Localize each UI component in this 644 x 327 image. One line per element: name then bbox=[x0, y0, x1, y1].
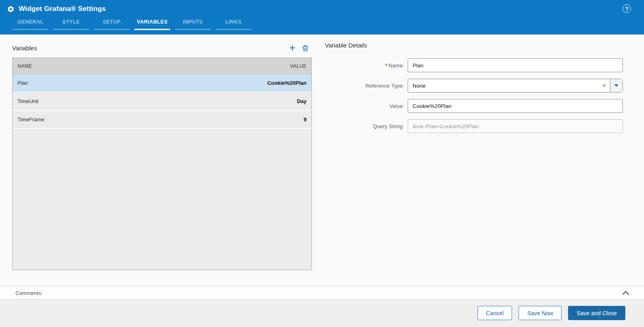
dialog-title: Widget Grafana® Settings bbox=[19, 5, 106, 13]
value-label: Value: bbox=[325, 103, 408, 109]
variable-details-title: Variable Details bbox=[325, 42, 626, 52]
gear-icon bbox=[7, 5, 15, 13]
name-label: *Name: bbox=[325, 62, 408, 69]
name-input[interactable] bbox=[408, 58, 623, 72]
variables-panel-header: Variables + bbox=[12, 42, 312, 54]
variables-panel: Variables + NAME VALUE Plan Cookie%20Pla… bbox=[12, 42, 312, 270]
query-string-label: Query String: bbox=[325, 123, 408, 129]
cancel-button[interactable]: Cancel bbox=[478, 306, 512, 320]
tab-inputs[interactable]: INPUTS bbox=[175, 19, 211, 30]
clear-icon[interactable]: ✕ bbox=[599, 79, 610, 92]
table-empty-area bbox=[13, 129, 311, 270]
variable-details-form: *Name: Reference Type: None ✕ bbox=[325, 58, 626, 133]
table-row-timeframe[interactable]: TimeFrame 9 bbox=[13, 111, 311, 129]
reference-type-label: Reference Type: bbox=[325, 83, 408, 89]
widget-settings-dialog: Widget Grafana® Settings ? GENERAL STYLE… bbox=[0, 0, 644, 327]
add-variable-button[interactable]: + bbox=[289, 43, 296, 52]
tab-setup[interactable]: SETUP bbox=[94, 19, 130, 30]
delete-variable-button[interactable] bbox=[301, 44, 309, 52]
footer-button-bar: Cancel Save Now Save and Close bbox=[0, 300, 644, 327]
dialog-header: Widget Grafana® Settings ? GENERAL STYLE… bbox=[0, 0, 644, 34]
chevron-up-icon bbox=[622, 290, 629, 295]
collapse-comments-button[interactable] bbox=[622, 290, 629, 295]
variables-table-header: NAME VALUE bbox=[13, 58, 311, 74]
query-string-field-row: Query String: bbox=[325, 119, 626, 133]
column-header-value: VALUE bbox=[290, 63, 307, 69]
column-header-name: NAME bbox=[17, 63, 32, 69]
tab-style[interactable]: STYLE bbox=[53, 19, 89, 30]
trash-icon bbox=[301, 44, 309, 52]
value-field-row: Value: bbox=[325, 99, 626, 113]
reference-type-value: None bbox=[408, 79, 599, 92]
dropdown-button[interactable] bbox=[610, 79, 622, 92]
tab-links[interactable]: LINKS bbox=[216, 19, 251, 30]
table-row-timeunit[interactable]: TimeUnit Day bbox=[13, 93, 311, 111]
title-row: Widget Grafana® Settings bbox=[0, 0, 644, 13]
reference-type-dropdown[interactable]: None ✕ bbox=[408, 79, 623, 93]
help-icon[interactable]: ? bbox=[622, 4, 631, 13]
table-row-plan[interactable]: Plan Cookie%20Plan bbox=[13, 74, 311, 93]
save-and-close-button[interactable]: Save and Close bbox=[568, 306, 625, 320]
query-string-input bbox=[408, 119, 623, 133]
required-marker: * bbox=[385, 62, 387, 69]
tab-general[interactable]: GENERAL bbox=[13, 19, 48, 30]
variable-details-panel: Variable Details *Name: Reference Type: … bbox=[325, 42, 626, 140]
comments-bar: Comments: bbox=[0, 286, 644, 300]
main-content: Variables + NAME VALUE Plan Cookie%20Pla… bbox=[0, 34, 644, 286]
variables-actions: + bbox=[289, 43, 312, 52]
reference-type-field-row: Reference Type: None ✕ bbox=[325, 79, 626, 93]
name-field-row: *Name: bbox=[325, 58, 626, 72]
comments-label: Comments: bbox=[15, 290, 42, 296]
variables-table: NAME VALUE Plan Cookie%20Plan TimeUnit D… bbox=[12, 58, 312, 270]
tab-bar: GENERAL STYLE SETUP VARIABLES INPUTS LIN… bbox=[13, 19, 251, 30]
save-now-button[interactable]: Save Now bbox=[519, 306, 562, 320]
caret-down-icon bbox=[614, 84, 618, 87]
variables-title: Variables bbox=[12, 45, 37, 52]
value-input[interactable] bbox=[408, 99, 623, 113]
tab-variables[interactable]: VARIABLES bbox=[134, 19, 170, 30]
